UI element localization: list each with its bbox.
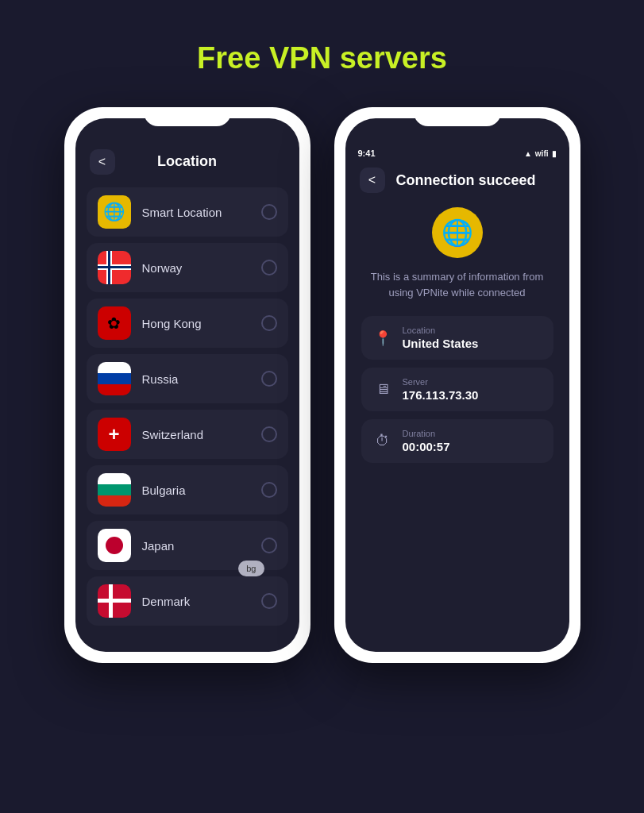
location-item-norway[interactable]: Norway <box>87 243 288 292</box>
hongkong-flag-icon: ✿ <box>98 306 131 340</box>
left-phone-notch <box>144 107 231 126</box>
status-icons: ▲ wifi ▮ <box>524 149 557 158</box>
japan-location-label: Japan <box>142 539 261 553</box>
wifi-icon: wifi <box>535 149 549 158</box>
location-item-hongkong[interactable]: ✿ Hong Kong <box>87 299 288 348</box>
location-header: < Location <box>75 145 299 181</box>
connection-body: 🌐 This is a summary of information from … <box>345 199 569 471</box>
hongkong-location-radio[interactable] <box>261 315 277 331</box>
russia-location-label: Russia <box>142 372 261 386</box>
duration-card-icon: ⏱ <box>374 433 391 449</box>
bulgaria-location-radio[interactable] <box>261 482 277 498</box>
location-item-smart[interactable]: 🌐 Smart Location <box>87 187 288 237</box>
signal-icon: ▲ <box>524 149 532 158</box>
status-time: 9:41 <box>358 148 376 158</box>
smart-location-icon: 🌐 <box>98 195 131 229</box>
right-phone-screen: 9:41 ▲ wifi ▮ < Connection succeed 🌐 Thi… <box>345 118 569 652</box>
location-item-switzerland[interactable]: + Switzerland <box>87 410 288 459</box>
info-card-server: 🖥 Server 176.113.73.30 <box>361 368 553 411</box>
left-phone: < Location 🌐 Smart Location <box>64 107 310 663</box>
connection-header: < Connection succeed <box>345 158 569 199</box>
right-phone: 9:41 ▲ wifi ▮ < Connection succeed 🌐 Thi… <box>334 107 580 663</box>
back-button[interactable]: < <box>90 149 115 175</box>
page-title: Free VPN servers <box>197 41 447 75</box>
smart-location-radio[interactable] <box>261 204 277 220</box>
connection-screen-title: Connection succeed <box>396 172 536 189</box>
smart-location-label: Smart Location <box>142 206 261 219</box>
phones-container: < Location 🌐 Smart Location <box>64 107 580 663</box>
switzerland-flag-icon: + <box>98 418 131 451</box>
japan-flag-icon <box>98 529 131 562</box>
server-card-icon: 🖥 <box>374 381 391 398</box>
duration-card-value: 00:00:57 <box>403 440 450 453</box>
svg-rect-4 <box>98 266 131 268</box>
location-screen-title: Location <box>157 153 217 170</box>
tooltip-bubble: bg <box>238 561 264 576</box>
hongkong-location-label: Hong Kong <box>142 317 261 330</box>
connection-summary: This is a summary of information from us… <box>361 269 553 300</box>
connection-globe-icon: 🌐 <box>432 207 483 258</box>
bulgaria-location-label: Bulgaria <box>142 484 261 497</box>
denmark-location-radio[interactable] <box>261 593 277 609</box>
location-item-russia[interactable]: Russia <box>87 354 288 403</box>
denmark-location-label: Denmark <box>142 595 261 608</box>
info-card-location: 📍 Location United States <box>361 316 553 360</box>
russia-flag-icon <box>98 362 131 395</box>
location-item-bulgaria[interactable]: Bulgaria <box>87 465 288 514</box>
location-item-japan[interactable]: Japan bg <box>87 521 288 570</box>
japan-location-radio[interactable] <box>261 538 277 553</box>
location-card-label: Location <box>403 326 479 335</box>
norway-location-radio[interactable] <box>261 260 277 275</box>
russia-location-radio[interactable] <box>261 371 277 387</box>
battery-icon: ▮ <box>552 149 557 158</box>
norway-flag-icon <box>98 251 131 284</box>
right-phone-notch <box>414 107 501 126</box>
location-list: 🌐 Smart Location <box>75 181 299 632</box>
duration-card-label: Duration <box>403 429 450 438</box>
status-bar: 9:41 ▲ wifi ▮ <box>345 145 569 158</box>
duration-card-content: Duration 00:00:57 <box>403 429 450 453</box>
location-screen: < Location 🌐 Smart Location <box>75 118 299 652</box>
location-card-content: Location United States <box>403 326 479 350</box>
location-item-denmark[interactable]: Denmark <box>87 576 288 626</box>
server-card-label: Server <box>403 377 479 387</box>
denmark-flag-icon <box>98 584 131 618</box>
switzerland-location-radio[interactable] <box>261 426 277 442</box>
location-card-icon: 📍 <box>374 329 391 347</box>
connection-back-button[interactable]: < <box>360 168 385 193</box>
switzerland-location-label: Switzerland <box>142 428 261 441</box>
bulgaria-flag-icon <box>98 473 131 507</box>
info-card-duration: ⏱ Duration 00:00:57 <box>361 419 553 463</box>
norway-location-label: Norway <box>142 261 261 275</box>
left-phone-screen: < Location 🌐 Smart Location <box>75 118 299 652</box>
connection-screen: 9:41 ▲ wifi ▮ < Connection succeed 🌐 Thi… <box>345 118 569 652</box>
location-card-value: United States <box>403 337 479 350</box>
server-card-value: 176.113.73.30 <box>403 388 479 402</box>
server-card-content: Server 176.113.73.30 <box>403 377 479 402</box>
